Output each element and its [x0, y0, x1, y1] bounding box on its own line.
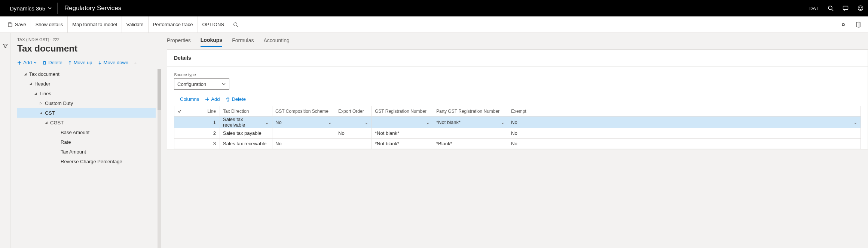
cell-export[interactable]: ⌄ — [335, 117, 372, 128]
tree-scrollbar-thumb[interactable] — [158, 69, 161, 110]
filter-icon[interactable] — [3, 43, 8, 248]
tree-node-custom-duty[interactable]: ▷Custom Duty — [17, 98, 156, 108]
options-label: OPTIONS — [202, 22, 224, 27]
cell-value: *Not blank* — [436, 120, 461, 125]
grid-row[interactable]: 1 Sales tax receivable⌄ No⌄ ⌄ ⌄ *Not bla… — [174, 117, 861, 128]
map-format-button[interactable]: Map format to model — [68, 16, 122, 33]
tab-lookups[interactable]: Lookups — [201, 37, 222, 47]
tree-label: Header — [34, 81, 51, 87]
delete-row-button[interactable]: Delete — [226, 96, 246, 102]
chevron-down-icon — [48, 6, 52, 10]
col-party-gst-reg[interactable]: Party GST Registration Number — [433, 106, 508, 117]
add-label: Add — [211, 96, 220, 102]
cell-tax-direction[interactable]: Sales tax payable — [220, 128, 272, 139]
move-down-button[interactable]: Move down — [98, 60, 128, 65]
columns-button[interactable]: Columns — [180, 96, 199, 102]
cell-exempt[interactable]: No — [508, 128, 861, 139]
move-up-button[interactable]: Move up — [68, 60, 92, 65]
tab-formulas[interactable]: Formulas — [232, 37, 254, 46]
tree-node-reverse-charge[interactable]: Reverse Charge Percentage — [17, 156, 156, 166]
trash-icon — [226, 97, 230, 102]
cell-gst-comp[interactable]: No⌄ — [272, 117, 335, 128]
chevron-down-icon: ⌄ — [501, 120, 505, 125]
smile-icon — [858, 5, 864, 11]
cell-gst-reg[interactable]: *Not blank* — [372, 128, 433, 139]
show-details-label: Show details — [36, 22, 63, 27]
add-row-button[interactable]: Add — [205, 96, 220, 102]
tab-properties[interactable]: Properties — [167, 37, 191, 46]
company-label: DAT — [809, 6, 819, 11]
grid-row[interactable]: 3 Sales tax receivable No *Not blank* *B… — [174, 139, 861, 149]
add-node-button[interactable]: Add — [17, 60, 37, 65]
tree-node-lines[interactable]: ◢Lines — [17, 89, 156, 98]
tree-node-tax-amount[interactable]: Tax Amount — [17, 147, 156, 156]
tab-accounting[interactable]: Accounting — [264, 37, 290, 46]
cell-party-gst-reg[interactable]: *Blank* — [433, 139, 508, 149]
show-details-button[interactable]: Show details — [31, 16, 68, 33]
search-icon — [233, 22, 241, 27]
tree-label: Tax document — [29, 71, 59, 77]
cell-exempt[interactable]: No — [508, 139, 861, 149]
feedback-button[interactable] — [853, 0, 868, 16]
attach-button[interactable] — [836, 22, 851, 28]
cell-gst-comp[interactable] — [272, 128, 335, 139]
cell-line[interactable]: 1 — [187, 117, 220, 128]
chevron-down-icon: ⌄ — [265, 120, 269, 125]
tree-label: Reverse Charge Percentage — [61, 159, 122, 164]
cell-line[interactable]: 3 — [187, 139, 220, 149]
cell-party-gst-reg[interactable] — [433, 128, 508, 139]
grid-row[interactable]: 2 Sales tax payable No *Not blank* No — [174, 128, 861, 139]
tree-node-rate[interactable]: Rate — [17, 137, 156, 147]
svg-rect-2 — [843, 6, 848, 10]
cell-gst-reg[interactable]: *Not blank* — [372, 139, 433, 149]
details-header: Details — [167, 50, 868, 66]
cell-tax-direction[interactable]: Sales tax receivable⌄ — [220, 117, 272, 128]
col-export[interactable]: Export Order — [335, 106, 372, 117]
cell-gst-reg[interactable]: ⌄ — [372, 117, 433, 128]
chat-icon — [843, 5, 849, 11]
tree-scrollbar-track[interactable] — [158, 69, 161, 248]
action-search-button[interactable] — [229, 16, 245, 33]
tree-node-cgst[interactable]: ◢CGST — [17, 118, 156, 127]
office-button[interactable] — [851, 22, 865, 28]
cell-value: No — [511, 120, 517, 125]
tree-node-tax-document[interactable]: ◢Tax document — [17, 69, 156, 79]
performance-trace-button[interactable]: Performance trace — [149, 16, 198, 33]
col-gst-comp[interactable]: GST Composition Scheme — [272, 106, 335, 117]
cell-export[interactable]: No — [335, 128, 372, 139]
col-exempt[interactable]: Exempt — [508, 106, 861, 117]
company-picker[interactable]: DAT — [805, 0, 823, 16]
svg-point-4 — [859, 7, 860, 8]
tree-node-gst[interactable]: ◢GST — [17, 108, 156, 118]
search-button[interactable] — [823, 0, 838, 16]
delete-node-button[interactable]: Delete — [42, 60, 62, 65]
cell-line[interactable]: 2 — [187, 128, 220, 139]
col-tax-direction[interactable]: Tax Direction — [220, 106, 272, 117]
move-down-label: Move down — [104, 60, 128, 65]
source-type-select[interactable]: Configuration — [174, 78, 229, 90]
cell-party-gst-reg[interactable]: *Not blank*⌄ — [433, 117, 508, 128]
grid-header-row: Line Tax Direction GST Composition Schem… — [174, 106, 861, 117]
validate-button[interactable]: Validate — [122, 16, 149, 33]
more-actions-button[interactable]: ··· — [134, 60, 138, 65]
row-select[interactable] — [174, 128, 187, 139]
select-all-header[interactable] — [174, 106, 187, 117]
cell-gst-comp[interactable]: No — [272, 139, 335, 149]
cell-export[interactable] — [335, 139, 372, 149]
ellipsis-icon: ··· — [134, 60, 138, 65]
cell-exempt[interactable]: No⌄ — [508, 117, 861, 128]
tree-label: Tax Amount — [61, 149, 86, 155]
cell-tax-direction[interactable]: Sales tax receivable — [220, 139, 272, 149]
col-gst-reg[interactable]: GST Registration Number — [372, 106, 433, 117]
col-line[interactable]: Line — [187, 106, 220, 117]
tree-node-header[interactable]: ◢Header — [17, 79, 156, 89]
breadcrumb: TAX (INDIA GST) : 222 — [17, 37, 161, 42]
options-button[interactable]: OPTIONS — [198, 16, 229, 33]
cell-value: Sales tax receivable — [223, 117, 265, 128]
tree-node-base-amount[interactable]: Base Amount — [17, 127, 156, 137]
row-select[interactable] — [174, 139, 187, 149]
brand-menu[interactable]: Dynamics 365 — [4, 0, 57, 16]
row-select[interactable] — [174, 117, 187, 128]
save-button[interactable]: Save — [3, 16, 31, 33]
messages-button[interactable] — [838, 0, 853, 16]
